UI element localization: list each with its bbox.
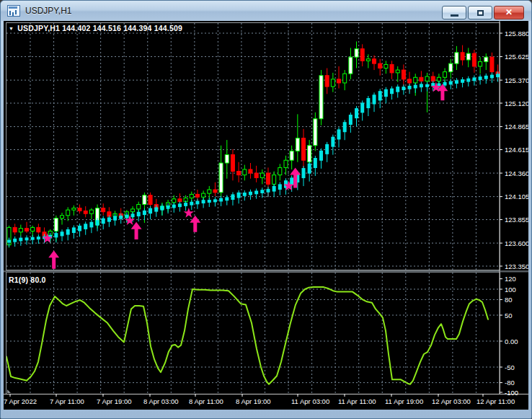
minimize-icon [451, 14, 458, 17]
svg-text:8 Apr 03:00: 8 Apr 03:00 [143, 397, 179, 405]
svg-text:12 Apr 11:00: 12 Apr 11:00 [476, 397, 515, 405]
chart-background [4, 21, 528, 410]
chart-client-area: 125.880125.625125.370125.120124.865124.6… [4, 21, 528, 410]
svg-text:123.855: 123.855 [505, 216, 528, 224]
svg-text:125.120: 125.120 [505, 100, 528, 107]
svg-text:50: 50 [505, 312, 513, 319]
svg-text:7 Apr 19:00: 7 Apr 19:00 [97, 397, 132, 405]
price-chart-canvas[interactable]: 125.880125.625125.370125.120124.865124.6… [4, 21, 528, 410]
svg-text:8 Apr 19:00: 8 Apr 19:00 [236, 397, 271, 405]
chart-app-icon [7, 5, 20, 17]
svg-text:124.360: 124.360 [505, 169, 528, 177]
svg-text:-80: -80 [505, 379, 515, 387]
svg-text:124.865: 124.865 [505, 123, 528, 131]
svg-text:100: 100 [505, 286, 516, 294]
svg-text:125.370: 125.370 [505, 76, 528, 84]
window-controls: ✕ [442, 6, 524, 19]
svg-text:-50: -50 [505, 363, 515, 371]
chart-header-text: USDJPY,H1 144.402 144.516 144.394 144.50… [17, 24, 182, 32]
indicator-label: R1(9) 80.0 [9, 275, 46, 284]
restore-icon [477, 10, 484, 16]
mt4-chart-window: USDJPY,H1 ✕ 125.880125.625125.370125.120… [0, 0, 532, 419]
svg-text:123.600: 123.600 [505, 239, 528, 247]
svg-text:125.880: 125.880 [505, 30, 528, 38]
svg-text:125.625: 125.625 [505, 53, 528, 61]
svg-text:12 Apr 03:00: 12 Apr 03:00 [432, 397, 471, 405]
svg-text:0.00: 0.00 [505, 338, 518, 345]
svg-text:8 Apr 11:00: 8 Apr 11:00 [189, 397, 223, 405]
svg-text:7 Apr 2022: 7 Apr 2022 [4, 397, 37, 405]
svg-text:11 Apr 11:00: 11 Apr 11:00 [338, 397, 376, 405]
restore-button[interactable] [468, 6, 492, 19]
window-titlebar[interactable]: USDJPY,H1 ✕ [1, 1, 531, 21]
indicator-label-text: R1(9) 80.0 [9, 275, 46, 284]
svg-text:11 Apr 19:00: 11 Apr 19:00 [385, 397, 423, 405]
svg-text:11 Apr 03:00: 11 Apr 03:00 [291, 397, 329, 405]
svg-text:124.105: 124.105 [505, 193, 528, 200]
window-title: USDJPY,H1 [25, 6, 71, 16]
svg-text:120: 120 [505, 275, 516, 283]
chart-header: ▼ USDJPY,H1 144.402 144.516 144.394 144.… [9, 24, 182, 32]
minimize-button[interactable] [442, 6, 466, 19]
chevron-down-icon[interactable]: ▼ [9, 26, 14, 31]
svg-text:-100: -100 [505, 389, 518, 397]
close-icon: ✕ [505, 7, 513, 17]
svg-text:123.350: 123.350 [505, 263, 528, 270]
svg-text:80: 80 [505, 296, 513, 304]
svg-text:124.615: 124.615 [505, 146, 528, 154]
subwindow-separator [4, 270, 528, 273]
svg-text:7 Apr 11:00: 7 Apr 11:00 [50, 397, 84, 405]
close-button[interactable]: ✕ [494, 6, 524, 19]
